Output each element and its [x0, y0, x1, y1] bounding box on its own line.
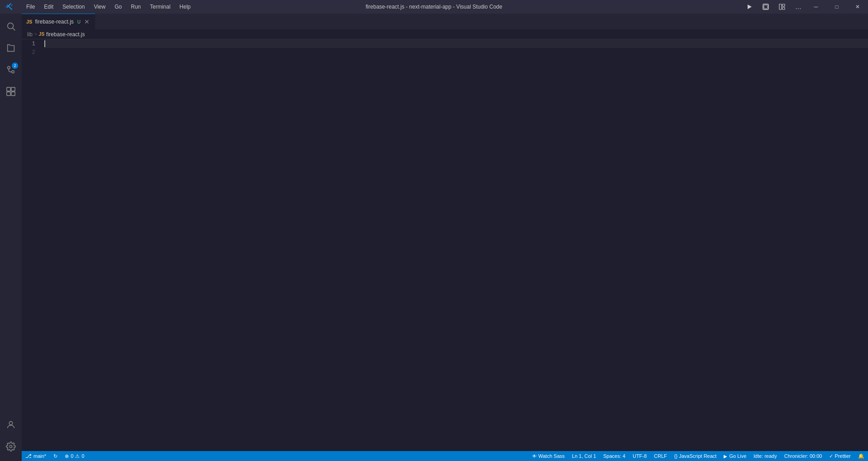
code-line-2 [44, 48, 868, 57]
status-bar-right: 👁 Watch Sass Ln 1, Col 1 Spaces: 4 UTF-8… [529, 451, 868, 461]
error-count: 0 [71, 453, 73, 459]
menu-terminal[interactable]: Terminal [146, 3, 174, 11]
source-control-badge: 2 [12, 62, 18, 69]
line-col-item[interactable]: Ln 1, Col 1 [568, 451, 600, 461]
window-controls: ─ □ ✕ [806, 0, 868, 14]
prettier-item[interactable]: ✓ Prettier [825, 451, 854, 461]
tab-firebase-react[interactable]: JS firebase-react.js U ✕ [22, 14, 95, 29]
warning-icon: ⚠ [75, 453, 80, 459]
menu-file[interactable]: File [23, 3, 38, 11]
svg-rect-1 [764, 5, 768, 9]
activity-bar-bottom [0, 414, 22, 461]
menu-run[interactable]: Run [127, 3, 144, 11]
svg-rect-4 [782, 7, 785, 10]
maximize-button[interactable]: □ [826, 0, 847, 14]
main-layout: 2 [0, 14, 868, 461]
text-cursor [44, 40, 45, 47]
run-button[interactable] [743, 0, 756, 13]
status-bar-left: ⎇ main* ↻ ⊗ 0 ⚠ 0 [22, 451, 88, 461]
spaces-text: Spaces: 4 [603, 453, 625, 459]
branch-text: main* [33, 453, 46, 459]
breadcrumb-lib[interactable]: lib [27, 31, 33, 38]
prettier-text: ✓ Prettier [829, 453, 851, 459]
ldte-item[interactable]: ldte: ready [750, 451, 780, 461]
svg-rect-10 [11, 87, 15, 91]
sync-item[interactable]: ↻ [50, 451, 61, 461]
remote-button[interactable] [759, 0, 772, 13]
source-control-activity-icon[interactable]: 2 [0, 59, 22, 81]
go-live-item[interactable]: ▶ Go Live [720, 451, 750, 461]
line-numbers: 1 2 [22, 39, 44, 451]
go-live-text: Go Live [729, 453, 746, 459]
breadcrumb: lib > JS firebase-react.js [22, 29, 868, 39]
search-activity-icon[interactable] [0, 15, 22, 37]
vscode-logo [5, 3, 13, 10]
chronicler-text: Chronicler: 00:00 [784, 453, 822, 459]
code-line-1 [44, 39, 868, 48]
menu-selection[interactable]: Selection [59, 3, 88, 11]
watch-sass-icon: 👁 [532, 454, 537, 459]
svg-point-13 [9, 422, 12, 425]
encoding-item[interactable]: UTF-8 [629, 451, 650, 461]
line-number-2: 2 [26, 48, 40, 57]
tab-label: firebase-react.js [35, 19, 73, 25]
svg-rect-12 [11, 92, 15, 96]
ldte-text: ldte: ready [754, 453, 777, 459]
eol-text: CRLF [654, 453, 667, 459]
explorer-activity-icon[interactable] [0, 37, 22, 59]
branch-item[interactable]: ⎇ main* [22, 451, 50, 461]
svg-rect-2 [779, 4, 782, 10]
sync-icon: ↻ [53, 453, 57, 459]
layout-button[interactable] [776, 0, 788, 13]
breadcrumb-separator: > [34, 32, 37, 37]
breadcrumb-filename[interactable]: firebase-react.js [46, 31, 85, 38]
line-number-1: 1 [26, 39, 40, 48]
watch-sass-text: Watch Sass [539, 453, 565, 459]
menu-bar: File Edit Selection View Go Run Terminal… [23, 3, 194, 11]
chronicler-item[interactable]: Chronicler: 00:00 [781, 451, 826, 461]
svg-line-6 [13, 28, 15, 30]
tab-close-button[interactable]: ✕ [83, 18, 91, 25]
close-button[interactable]: ✕ [847, 0, 868, 14]
settings-activity-icon[interactable] [0, 436, 22, 457]
language-item[interactable]: {} JavaScript React [671, 451, 720, 461]
svg-point-7 [8, 67, 10, 69]
account-activity-icon[interactable] [0, 414, 22, 436]
editor-area[interactable]: 1 2 [22, 39, 868, 451]
svg-point-5 [8, 23, 14, 29]
breadcrumb-file-icon: JS [39, 32, 44, 37]
minimize-button[interactable]: ─ [806, 0, 826, 14]
encoding-text: UTF-8 [633, 453, 647, 459]
branch-icon: ⎇ [25, 453, 32, 459]
more-actions-button[interactable]: … [792, 0, 805, 13]
svg-rect-11 [7, 92, 10, 96]
tab-modified-indicator: U [77, 19, 81, 24]
language-text: {} JavaScript React [674, 453, 717, 459]
svg-point-8 [12, 71, 14, 73]
svg-rect-9 [7, 87, 10, 91]
menu-view[interactable]: View [90, 3, 109, 11]
window-title: firebase-react.js - next-material-app - … [366, 4, 502, 10]
title-bar: File Edit Selection View Go Run Terminal… [0, 0, 868, 14]
editor-content[interactable] [44, 39, 868, 451]
menu-help[interactable]: Help [176, 3, 195, 11]
line-col-text: Ln 1, Col 1 [572, 453, 596, 459]
watch-sass-item[interactable]: 👁 Watch Sass [529, 451, 568, 461]
svg-rect-3 [782, 4, 785, 6]
errors-item[interactable]: ⊗ 0 ⚠ 0 [61, 451, 88, 461]
content-area: JS firebase-react.js U ✕ lib > JS fireba… [22, 14, 868, 461]
tab-bar: JS firebase-react.js U ✕ [22, 14, 868, 29]
svg-point-14 [10, 445, 12, 448]
warning-count: 0 [81, 453, 84, 459]
go-live-icon: ▶ [724, 454, 727, 459]
menu-go[interactable]: Go [111, 3, 125, 11]
extensions-activity-icon[interactable] [0, 81, 22, 102]
status-bar: ⎇ main* ↻ ⊗ 0 ⚠ 0 👁 Watch Sass [22, 451, 868, 461]
notifications-item[interactable]: 🔔 [854, 451, 868, 461]
title-actions: … [743, 0, 805, 13]
menu-edit[interactable]: Edit [40, 3, 57, 11]
spaces-item[interactable]: Spaces: 4 [600, 451, 629, 461]
activity-bar: 2 [0, 14, 22, 461]
eol-item[interactable]: CRLF [650, 451, 671, 461]
bell-icon: 🔔 [858, 453, 864, 459]
